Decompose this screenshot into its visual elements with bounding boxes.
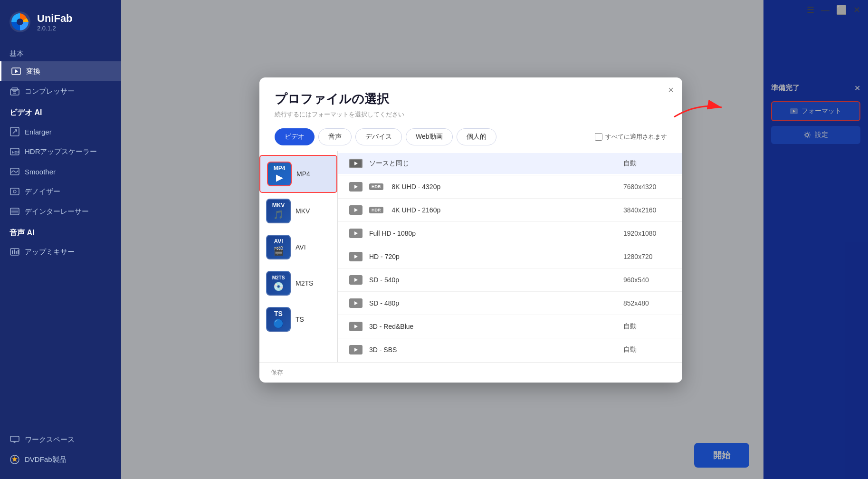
quality-fullhd-resolution: 1920x1080	[623, 230, 671, 237]
deinterlacer-icon	[10, 206, 20, 217]
quality-8k-label: 8K UHD - 4320p	[392, 183, 617, 191]
svg-text:HDR: HDR	[12, 150, 19, 154]
modal-close-button[interactable]: ×	[668, 85, 674, 95]
tab-video[interactable]: ビデオ	[275, 128, 315, 145]
svg-marker-29	[12, 456, 18, 462]
profile-selection-modal: × プロファイルの選択 続行するにはフォーマットを選択してください ビデオ 音声…	[259, 77, 682, 383]
main-content: ☰ — ⬜ ✕ 準備完了 ✕ フォーマット 設定	[121, 0, 868, 479]
app-logo-icon	[8, 10, 32, 34]
app-version: 2.0.1.2	[37, 25, 73, 32]
footer-label: 保存	[271, 368, 283, 377]
modal-title: プロファイルの選択	[275, 91, 667, 107]
dvdfab-icon	[10, 454, 20, 465]
tab-bar: ビデオ 音声 デバイス Web動画 個人的 すべてに適用されます	[259, 123, 682, 151]
modal-body: MP4 ▶ MP4 MKV 🎵 MKV	[259, 151, 682, 362]
svg-rect-13	[10, 188, 19, 195]
sidebar-section-video-ai: ビデオ AI	[0, 101, 121, 122]
sidebar-section-audio-ai: 音声 AI	[0, 221, 121, 242]
modal-header: プロファイルの選択 続行するにはフォーマットを選択してください	[259, 77, 682, 123]
format-name-mp4: MP4	[296, 170, 310, 178]
sidebar-item-upmixer[interactable]: アップミキサー	[0, 242, 121, 262]
quality-item-same[interactable]: ソースと同じ 自動	[338, 153, 682, 174]
quality-8k-badge: HDR	[369, 183, 383, 190]
hdr-icon: HDR	[10, 146, 20, 157]
quality-item-3dsbs[interactable]: 3D - SBS 自動	[338, 339, 682, 360]
sidebar-item-convert[interactable]: 変換	[0, 61, 121, 81]
compressor-icon	[10, 86, 20, 96]
sidebar-item-enlarger-label: Enlarger	[25, 128, 52, 136]
quality-same-label: ソースと同じ	[369, 159, 617, 168]
tab-audio[interactable]: 音声	[318, 128, 352, 145]
convert-icon	[11, 66, 21, 77]
quality-sd480-resolution: 852x480	[623, 299, 671, 307]
format-item-ts[interactable]: TS 🔵 TS	[259, 301, 337, 337]
quality-list: ソースと同じ 自動 HDR 8K UHD - 4320p	[338, 151, 682, 362]
sidebar-item-hdr-label: HDRアップスケーラー	[25, 147, 97, 156]
quality-video-icon	[349, 159, 362, 168]
sidebar-item-deinterlacer[interactable]: デインターレーサー	[0, 201, 121, 221]
format-item-mkv[interactable]: MKV 🎵 MKV	[259, 193, 337, 229]
quality-sd480-label: SD - 480p	[369, 299, 617, 307]
sidebar-item-smoother[interactable]: Smoother	[0, 162, 121, 182]
format-thumb-m2ts: M2TS 💿	[266, 271, 291, 296]
quality-sd540-icon	[349, 275, 362, 285]
svg-rect-24	[10, 436, 19, 441]
tab-personal[interactable]: 個人的	[457, 128, 496, 145]
sidebar-item-workspace[interactable]: ワークスペース	[0, 430, 121, 450]
quality-item-4k[interactable]: HDR 4K UHD - 2160p 3840x2160	[338, 200, 682, 220]
format-item-m2ts[interactable]: M2TS 💿 M2TS	[259, 265, 337, 301]
quality-hd720-resolution: 1280x720	[623, 253, 671, 260]
format-item-avi[interactable]: AVI 🎬 AVI	[259, 229, 337, 265]
sidebar-item-hdr[interactable]: HDR HDRアップスケーラー	[0, 142, 121, 162]
quality-3drb-resolution: 自動	[623, 322, 671, 331]
quality-hd720-icon	[349, 252, 362, 261]
quality-4k-label: 4K UHD - 2160p	[392, 206, 617, 214]
svg-rect-21	[14, 249, 15, 254]
denoiser-icon	[10, 186, 20, 197]
tab-web[interactable]: Web動画	[406, 128, 453, 145]
quality-same-resolution: 自動	[623, 159, 671, 168]
format-thumb-mkv: MKV 🎵	[266, 199, 291, 223]
quality-item-sd480[interactable]: SD - 480p 852x480	[338, 293, 682, 314]
format-item-mp4[interactable]: MP4 ▶ MP4	[259, 155, 337, 193]
sidebar-item-enlarger[interactable]: Enlarger	[0, 122, 121, 142]
sidebar-item-workspace-label: ワークスペース	[25, 435, 75, 444]
apply-all-checkbox[interactable]	[595, 133, 602, 141]
sidebar-item-compressor-label: コンプレッサー	[25, 87, 75, 96]
sidebar-item-dvdfab[interactable]: DVDFab製品	[0, 450, 121, 469]
quality-sd540-resolution: 960x540	[623, 276, 671, 284]
svg-rect-22	[16, 251, 17, 254]
quality-item-3drb[interactable]: 3D - Red&Blue 自動	[338, 316, 682, 337]
tab-device[interactable]: デバイス	[355, 128, 402, 145]
svg-marker-4	[15, 69, 18, 73]
sidebar-logo: UniFab 2.0.1.2	[0, 0, 121, 44]
format-thumb-mp4: MP4 ▶	[267, 162, 292, 186]
quality-item-fullhd[interactable]: Full HD - 1080p 1920x1080	[338, 223, 682, 244]
app-name: UniFab	[37, 12, 73, 25]
quality-item-hd720[interactable]: HD - 720p 1280x720	[338, 246, 682, 267]
modal-overlay: × プロファイルの選択 続行するにはフォーマットを選択してください ビデオ 音声…	[121, 0, 868, 479]
quality-4k-badge: HDR	[369, 207, 383, 213]
quality-fullhd-icon	[349, 229, 362, 238]
svg-point-2	[17, 19, 23, 25]
apply-all-label: すべてに適用されます	[605, 133, 667, 141]
svg-rect-20	[12, 250, 13, 254]
upmixer-icon	[10, 247, 20, 257]
sidebar-item-convert-label: 変換	[26, 67, 40, 76]
svg-rect-23	[18, 250, 19, 254]
quality-3dsbs-resolution: 自動	[623, 345, 671, 354]
format-list: MP4 ▶ MP4 MKV 🎵 MKV	[259, 151, 338, 362]
sidebar-item-compressor[interactable]: コンプレッサー	[0, 81, 121, 101]
sidebar-item-smoother-label: Smoother	[25, 168, 56, 176]
quality-item-8k[interactable]: HDR 8K UHD - 4320p 7680x4320	[338, 176, 682, 197]
quality-hd720-label: HD - 720p	[369, 253, 617, 260]
quality-item-sd540[interactable]: SD - 540p 960x540	[338, 269, 682, 290]
smoother-icon	[10, 166, 20, 177]
enlarger-icon	[10, 126, 20, 137]
format-thumb-ts: TS 🔵	[266, 307, 291, 332]
format-name-avi: AVI	[296, 243, 306, 251]
sidebar-item-deinterlacer-label: デインターレーサー	[25, 207, 89, 216]
sidebar-item-denoiser[interactable]: デノイザー	[0, 182, 121, 201]
quality-8k-icon	[349, 182, 362, 192]
apply-all-container: すべてに適用されます	[595, 133, 667, 141]
